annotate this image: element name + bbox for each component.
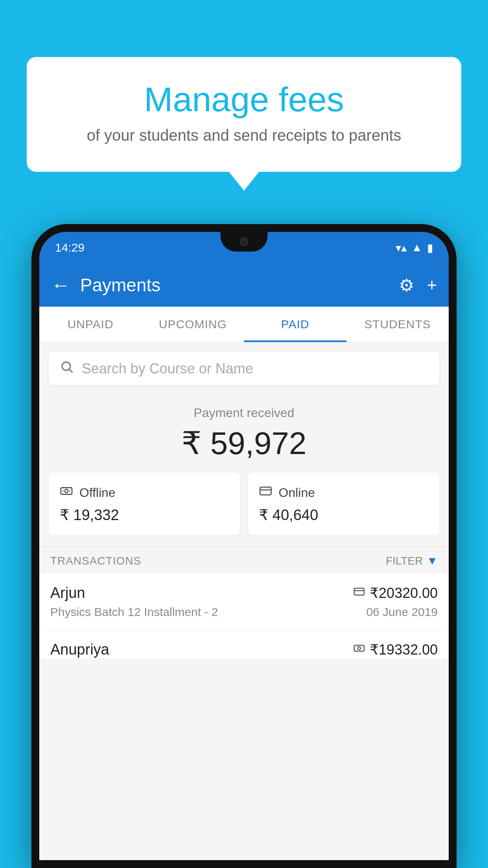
phone-screen: 14:29 ▾▴ ▲ ▮ ← Payments ⚙ + UNPAID UPCOM… — [39, 232, 449, 860]
cash-icon — [60, 484, 73, 501]
payment-received-label: Payment received — [39, 406, 449, 420]
transaction-date: 06 June 2019 — [366, 605, 438, 619]
bubble-subtitle: of your students and send receipts to pa… — [54, 127, 434, 144]
svg-point-3 — [65, 489, 68, 493]
filter-label: FILTER — [386, 555, 423, 567]
page-title: Payments — [80, 274, 399, 296]
transactions-label: TRANSACTIONS — [50, 555, 141, 567]
transactions-header: TRANSACTIONS FILTER ▼ — [39, 546, 449, 574]
tab-upcoming[interactable]: UPCOMING — [142, 307, 244, 342]
svg-point-9 — [358, 647, 361, 650]
speech-bubble: Manage fees of your students and send re… — [27, 57, 461, 172]
offline-label: Offline — [79, 485, 116, 500]
online-amount: ₹ 40,640 — [259, 506, 428, 524]
transaction-row-top: Anupriya ₹19332.00 — [50, 641, 438, 658]
online-label: Online — [279, 485, 315, 500]
transaction-item[interactable]: Arjun ₹20320.00 Physics Batch 12 Install… — [39, 574, 449, 630]
tab-unpaid[interactable]: UNPAID — [39, 307, 142, 342]
filter-button[interactable]: FILTER ▼ — [386, 555, 438, 567]
filter-icon: ▼ — [427, 555, 438, 567]
offline-card-header: Offline — [60, 484, 229, 501]
settings-button[interactable]: ⚙ — [399, 275, 414, 295]
payment-total-amount: ₹ 59,972 — [39, 425, 449, 462]
payment-summary: Payment received ₹ 59,972 — [39, 392, 449, 473]
app-bar-actions: ⚙ + — [399, 275, 437, 295]
svg-rect-8 — [354, 645, 364, 651]
transaction-amount-area: ₹19332.00 — [353, 642, 438, 658]
transaction-amount: ₹19332.00 — [370, 642, 438, 658]
transaction-row-bottom: Physics Batch 12 Installment - 2 06 June… — [50, 605, 438, 619]
svg-rect-4 — [260, 487, 271, 495]
status-time: 14:29 — [55, 241, 84, 254]
offline-amount: ₹ 19,332 — [60, 506, 229, 524]
tabs-bar: UNPAID UPCOMING PAID STUDENTS — [39, 307, 449, 342]
offline-card: Offline ₹ 19,332 — [49, 473, 240, 535]
search-bar[interactable]: Search by Course or Name — [49, 352, 439, 385]
online-card-header: Online — [259, 484, 428, 501]
bubble-title: Manage fees — [54, 81, 434, 119]
tab-paid[interactable]: PAID — [244, 307, 347, 342]
svg-rect-6 — [354, 588, 364, 595]
wifi-icon: ▾▴ — [396, 241, 407, 254]
transaction-name: Anupriya — [50, 641, 109, 658]
payment-cards: Offline ₹ 19,332 Online ₹ 4 — [39, 473, 449, 546]
svg-line-1 — [70, 370, 72, 372]
card-payment-icon — [259, 484, 272, 501]
phone-frame: 14:29 ▾▴ ▲ ▮ ← Payments ⚙ + UNPAID UPCOM… — [31, 224, 457, 868]
search-placeholder: Search by Course or Name — [82, 360, 253, 377]
phone-notch — [220, 232, 268, 252]
status-bar: 14:29 ▾▴ ▲ ▮ — [39, 232, 449, 263]
tab-students[interactable]: STUDENTS — [347, 307, 449, 342]
battery-icon: ▮ — [427, 241, 433, 254]
search-icon — [60, 360, 74, 377]
transaction-item[interactable]: Anupriya ₹19332.00 — [39, 630, 449, 658]
app-bar: ← Payments ⚙ + — [39, 263, 449, 307]
camera — [240, 237, 248, 246]
transaction-amount-area: ₹20320.00 — [353, 585, 438, 601]
card-mode-icon — [353, 586, 365, 600]
online-card: Online ₹ 40,640 — [248, 473, 439, 535]
transaction-course: Physics Batch 12 Installment - 2 — [50, 605, 218, 619]
transaction-amount: ₹20320.00 — [370, 585, 438, 601]
add-button[interactable]: + — [427, 275, 437, 295]
content-area: Search by Course or Name Payment receive… — [39, 342, 449, 860]
back-button[interactable]: ← — [51, 274, 71, 296]
signal-icon: ▲ — [411, 241, 422, 254]
cash-mode-icon — [353, 642, 365, 657]
status-icons: ▾▴ ▲ ▮ — [396, 241, 433, 254]
transaction-row-top: Arjun ₹20320.00 — [50, 585, 438, 601]
transaction-name: Arjun — [50, 585, 85, 601]
